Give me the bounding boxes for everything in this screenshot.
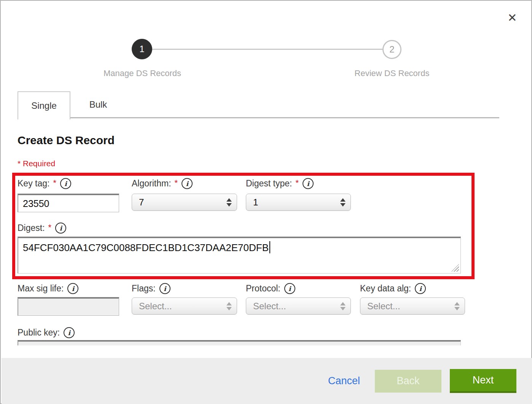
key-data-alg-label-text: Key data alg: xyxy=(360,283,411,294)
max-sig-life-label-text: Max sig life: xyxy=(18,283,64,294)
protocol-select[interactable]: Select... xyxy=(246,297,351,315)
select-arrows-icon xyxy=(340,198,346,207)
select-arrows-icon xyxy=(340,302,346,310)
key-tag-label-text: Key tag: xyxy=(18,178,49,189)
footer: Cancel Back Next xyxy=(2,358,532,404)
digest-textarea[interactable]: 54FCF030AA1C79C0088FDEC1BD1C37DAA2E70DFB xyxy=(18,237,461,274)
close-icon[interactable]: ✕ xyxy=(504,9,521,26)
info-icon[interactable]: i xyxy=(303,178,314,189)
max-sig-life-input[interactable] xyxy=(18,297,119,316)
algorithm-select-value: 7 xyxy=(139,197,144,208)
step-circle-2: 2 xyxy=(382,40,401,59)
select-arrows-icon xyxy=(226,198,232,207)
tab-single[interactable]: Single xyxy=(18,91,70,119)
digest-type-select-value: 1 xyxy=(253,197,258,208)
resize-grip-icon[interactable] xyxy=(451,264,459,272)
flags-select[interactable]: Select... xyxy=(132,297,237,315)
info-icon[interactable]: i xyxy=(284,283,295,294)
next-button[interactable]: Next xyxy=(450,369,516,393)
info-icon[interactable]: i xyxy=(60,178,71,189)
step-label-manage-ds-records: Manage DS Records xyxy=(78,68,207,78)
info-icon[interactable]: i xyxy=(67,283,78,294)
protocol-label: Protocol: i xyxy=(246,283,295,294)
required-asterisk: * xyxy=(295,178,299,188)
text-cursor xyxy=(269,241,270,253)
select-arrows-icon xyxy=(226,302,232,310)
select-arrows-icon xyxy=(454,302,460,310)
create-ds-record-modal: ✕ 1 2 Manage DS Records Review DS Record… xyxy=(0,0,532,404)
back-button[interactable]: Back xyxy=(375,370,441,393)
algorithm-label: Algorithm: * i xyxy=(132,178,193,189)
tab-bulk[interactable]: Bulk xyxy=(70,91,126,118)
required-asterisk: * xyxy=(175,178,178,188)
step-connector-line xyxy=(152,49,383,50)
public-key-label: Public key: i xyxy=(18,327,75,338)
info-icon[interactable]: i xyxy=(182,178,193,189)
key-data-alg-select-value: Select... xyxy=(367,301,400,312)
cancel-button[interactable]: Cancel xyxy=(328,375,360,387)
digest-label: Digest: * i xyxy=(18,223,66,234)
digest-label-text: Digest: xyxy=(18,223,45,233)
flags-label: Flags: i xyxy=(132,283,170,294)
key-tag-input[interactable] xyxy=(18,194,119,212)
step-circle-1: 1 xyxy=(132,39,152,59)
protocol-select-value: Select... xyxy=(253,301,286,312)
info-icon[interactable]: i xyxy=(55,223,66,234)
required-asterisk: * xyxy=(48,223,52,232)
public-key-label-text: Public key: xyxy=(18,328,60,338)
step-label-review-ds-records: Review DS Records xyxy=(327,68,457,78)
digest-textarea-value: 54FCF030AA1C79C0088FDEC1BD1C37DAA2E70DFB xyxy=(23,242,269,253)
flags-label-text: Flags: xyxy=(132,283,156,294)
key-data-alg-label: Key data alg: i xyxy=(360,283,426,294)
required-asterisk: * xyxy=(53,178,56,188)
flags-select-value: Select... xyxy=(139,301,172,312)
info-icon[interactable]: i xyxy=(415,283,426,294)
max-sig-life-label: Max sig life: i xyxy=(18,283,78,294)
info-icon[interactable]: i xyxy=(159,283,170,294)
info-icon[interactable]: i xyxy=(64,327,75,338)
algorithm-select[interactable]: 7 xyxy=(132,194,237,211)
key-data-alg-select[interactable]: Select... xyxy=(360,297,465,315)
digest-type-label: Digest type: * i xyxy=(246,178,314,189)
page-title: Create DS Record xyxy=(18,134,115,147)
required-note: * Required xyxy=(18,159,55,168)
public-key-textarea[interactable] xyxy=(18,340,461,345)
tab-underline xyxy=(70,117,499,118)
algorithm-label-text: Algorithm: xyxy=(132,178,171,189)
protocol-label-text: Protocol: xyxy=(246,283,280,294)
digest-type-label-text: Digest type: xyxy=(246,178,292,189)
key-tag-label: Key tag: * i xyxy=(18,178,71,189)
digest-type-select[interactable]: 1 xyxy=(246,194,351,211)
